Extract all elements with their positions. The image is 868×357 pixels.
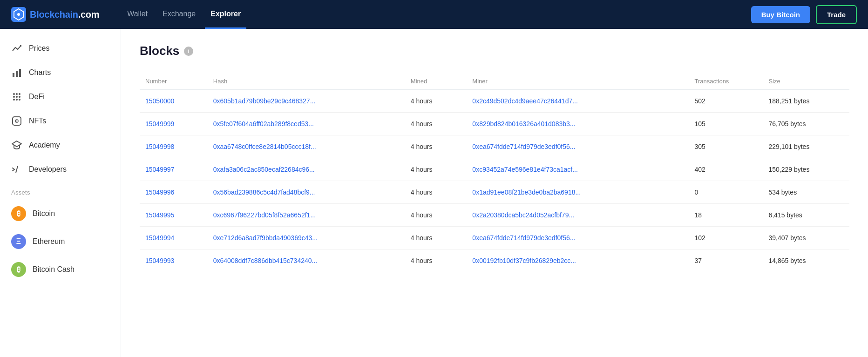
block-hash-link[interactable]: 0x5fe07f604a6ff02ab289f8ced53... xyxy=(213,120,314,128)
block-number-link[interactable]: 15049998 xyxy=(145,143,174,150)
bitcoin-icon: ₿ xyxy=(11,206,26,221)
sidebar-item-bitcoin[interactable]: ₿ Bitcoin xyxy=(0,200,121,228)
cell-number: 15049994 xyxy=(140,227,208,249)
cell-number: 15049997 xyxy=(140,158,208,181)
header: Blockchain.com Wallet Exchange Explorer … xyxy=(0,0,868,29)
block-hash-link[interactable]: 0xafa3a06c2ac850ecaf22684c96... xyxy=(213,166,315,173)
miner-link[interactable]: 0xea674fdde714fd979de3edf0f56... xyxy=(472,143,575,150)
col-header-size: Size xyxy=(763,73,849,90)
sidebar-item-bitcoin-cash-label: Bitcoin Cash xyxy=(33,265,75,274)
logo-text: Blockchain.com xyxy=(30,9,99,20)
sidebar-item-prices-label: Prices xyxy=(29,44,49,53)
block-hash-link[interactable]: 0xc6967f96227bd05f8f52a6652f1... xyxy=(213,211,316,219)
block-number-link[interactable]: 15049997 xyxy=(145,166,174,173)
sidebar-item-charts[interactable]: Charts xyxy=(0,61,121,85)
developers-icon xyxy=(11,164,22,175)
defi-icon xyxy=(11,91,22,102)
cell-size: 229,101 bytes xyxy=(763,135,849,158)
col-header-hash: Hash xyxy=(208,73,405,90)
table-row: 15049998 0xaa6748c0ffce8e2814b05ccc18f..… xyxy=(140,135,849,158)
miner-link[interactable]: 0x829bd824b016326a401d083b3... xyxy=(472,120,575,128)
cell-size: 39,407 bytes xyxy=(763,227,849,249)
main-content: Blocks i Number Hash Mined Miner Transac… xyxy=(121,29,868,357)
block-number-link[interactable]: 15049994 xyxy=(145,234,174,242)
nfts-icon xyxy=(11,115,22,127)
cell-number: 15049996 xyxy=(140,181,208,204)
table-row: 15050000 0x605b1ad79b09be29c9c468327... … xyxy=(140,90,849,113)
logo[interactable]: Blockchain.com xyxy=(11,7,99,22)
page-title: Blocks i xyxy=(140,44,849,58)
block-number-link[interactable]: 15049999 xyxy=(145,120,174,128)
col-header-mined: Mined xyxy=(405,73,467,90)
sidebar-item-developers[interactable]: Developers xyxy=(0,157,121,182)
block-hash-link[interactable]: 0x64008ddf7c886dbb415c734240... xyxy=(213,257,317,264)
svg-point-6 xyxy=(13,93,15,95)
cell-size: 150,229 bytes xyxy=(763,158,849,181)
academy-icon xyxy=(11,140,22,151)
svg-point-9 xyxy=(13,96,15,98)
cell-hash: 0xaa6748c0ffce8e2814b05ccc18f... xyxy=(208,135,405,158)
table-row: 15049997 0xafa3a06c2ac850ecaf22684c96...… xyxy=(140,158,849,181)
cell-hash: 0xafa3a06c2ac850ecaf22684c96... xyxy=(208,158,405,181)
cell-transactions: 18 xyxy=(689,204,763,227)
nav-wallet[interactable]: Wallet xyxy=(122,0,153,29)
block-number-link[interactable]: 15049995 xyxy=(145,211,174,219)
ethereum-icon: Ξ xyxy=(11,234,26,249)
trade-button[interactable]: Trade xyxy=(816,5,857,24)
cell-transactions: 402 xyxy=(689,158,763,181)
miner-link[interactable]: 0xea674fdde714fd979de3edf0f56... xyxy=(472,234,575,242)
cell-miner: 0x1ad91ee08f21be3de0ba2ba6918... xyxy=(467,181,689,204)
main-nav: Wallet Exchange Explorer xyxy=(122,0,736,29)
sidebar-item-nfts[interactable]: NFTs xyxy=(0,109,121,133)
blocks-table: Number Hash Mined Miner Transactions Siz… xyxy=(140,73,849,272)
cell-hash: 0x56bad239886c5c4d7fad48bcf9... xyxy=(208,181,405,204)
nav-exchange[interactable]: Exchange xyxy=(157,0,201,29)
sidebar-item-developers-label: Developers xyxy=(29,165,67,174)
sidebar-item-nfts-label: NFTs xyxy=(29,117,46,125)
sidebar-item-prices[interactable]: Prices xyxy=(0,36,121,61)
cell-mined: 4 hours xyxy=(405,181,467,204)
sidebar-item-defi[interactable]: DeFi xyxy=(0,85,121,109)
svg-point-11 xyxy=(19,96,20,98)
miner-link[interactable]: 0x00192fb10df37c9fb26829eb2cc... xyxy=(472,257,576,264)
block-number-link[interactable]: 15050000 xyxy=(145,97,174,105)
nav-explorer[interactable]: Explorer xyxy=(205,0,246,29)
cell-size: 6,415 bytes xyxy=(763,204,849,227)
block-hash-link[interactable]: 0xe712d6a8ad7f9bbda490369c43... xyxy=(213,234,318,242)
block-hash-link[interactable]: 0xaa6748c0ffce8e2814b05ccc18f... xyxy=(213,143,316,150)
svg-point-8 xyxy=(19,93,20,95)
cell-mined: 4 hours xyxy=(405,249,467,272)
cell-transactions: 105 xyxy=(689,113,763,135)
miner-link[interactable]: 0x2c49d502dc4d9aee47c26441d7... xyxy=(472,97,578,105)
cell-mined: 4 hours xyxy=(405,227,467,249)
table-row: 15049996 0x56bad239886c5c4d7fad48bcf9...… xyxy=(140,181,849,204)
col-header-miner: Miner xyxy=(467,73,689,90)
table-header-row: Number Hash Mined Miner Transactions Siz… xyxy=(140,73,849,90)
block-number-link[interactable]: 15049993 xyxy=(145,257,174,264)
cell-number: 15049999 xyxy=(140,113,208,135)
miner-link[interactable]: 0x2a20380dca5bc24d052acfbf79... xyxy=(472,211,574,219)
info-icon[interactable]: i xyxy=(184,47,193,56)
miner-link[interactable]: 0x1ad91ee08f21be3de0ba2ba6918... xyxy=(472,189,581,196)
block-hash-link[interactable]: 0x605b1ad79b09be29c9c468327... xyxy=(213,97,316,105)
col-header-transactions: Transactions xyxy=(689,73,763,90)
cell-transactions: 37 xyxy=(689,249,763,272)
table-row: 15049994 0xe712d6a8ad7f9bbda490369c43...… xyxy=(140,227,849,249)
blockchain-logo-icon xyxy=(11,7,26,22)
svg-point-7 xyxy=(16,93,18,95)
buy-bitcoin-button[interactable]: Buy Bitcoin xyxy=(751,6,810,23)
sidebar-item-academy[interactable]: Academy xyxy=(0,133,121,157)
svg-point-12 xyxy=(13,99,15,101)
assets-section-label: Assets xyxy=(0,182,121,200)
sidebar-item-ethereum-label: Ethereum xyxy=(33,237,65,246)
cell-miner: 0x2a20380dca5bc24d052acfbf79... xyxy=(467,204,689,227)
block-number-link[interactable]: 15049996 xyxy=(145,189,174,196)
sidebar-item-bitcoin-cash[interactable]: ₿ Bitcoin Cash xyxy=(0,256,121,283)
header-buttons: Buy Bitcoin Trade xyxy=(751,5,857,24)
sidebar-item-ethereum[interactable]: Ξ Ethereum xyxy=(0,228,121,256)
miner-link[interactable]: 0xc93452a74e596e81e4f73ca1acf... xyxy=(472,166,578,173)
page-layout: Prices Charts xyxy=(0,29,868,357)
cell-hash: 0xe712d6a8ad7f9bbda490369c43... xyxy=(208,227,405,249)
cell-number: 15050000 xyxy=(140,90,208,113)
block-hash-link[interactable]: 0x56bad239886c5c4d7fad48bcf9... xyxy=(213,189,315,196)
